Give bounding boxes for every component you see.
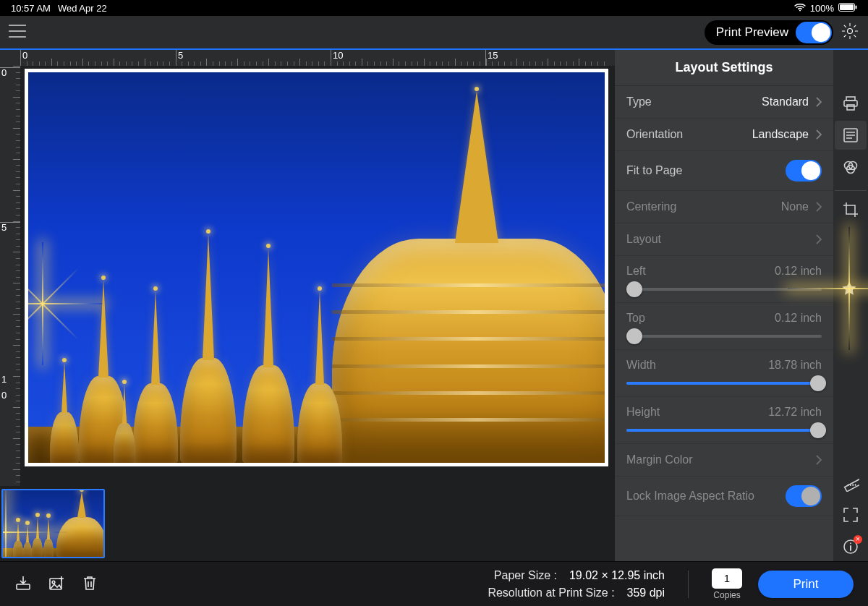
height-label: Height (626, 406, 660, 419)
fit-to-page-row: Fit to Page (615, 151, 833, 191)
print-preview-label: Print Preview (716, 25, 788, 40)
trash-icon[interactable] (81, 574, 98, 594)
copies-input[interactable]: 1 (712, 568, 742, 589)
app-top-bar: Print Preview (0, 16, 868, 48)
add-image-icon[interactable] (48, 574, 65, 594)
width-slider[interactable] (626, 382, 822, 385)
svg-point-4 (848, 29, 853, 34)
ruler-icon[interactable] (835, 469, 867, 498)
wifi-icon (794, 3, 806, 14)
info-icon[interactable] (835, 532, 867, 561)
top-slider-row: Top 0.12 inch (615, 303, 833, 350)
menu-icon[interactable] (9, 25, 26, 40)
width-value: 18.78 inch (768, 359, 822, 372)
print-button[interactable]: Print (758, 571, 854, 598)
lock-aspect-toggle[interactable] (786, 485, 822, 507)
battery-percent: 100% (810, 3, 834, 14)
top-label: Top (626, 312, 645, 325)
status-date: Wed Apr 22 (58, 3, 107, 14)
svg-rect-14 (17, 584, 30, 589)
canvas-area: 051015 0510 (0, 50, 615, 561)
centering-row[interactable]: Centering None (615, 191, 833, 223)
resolution-label: Resolution at Print Size : (488, 584, 614, 601)
copies-label: Copies (713, 590, 740, 600)
chevron-right-icon (816, 234, 822, 244)
svg-rect-7 (847, 105, 854, 110)
gear-icon[interactable] (841, 22, 859, 43)
ruler-corner (0, 50, 20, 66)
layout-row[interactable]: Layout (615, 223, 833, 256)
panel-title: Layout Settings (615, 50, 833, 86)
canvas-viewport[interactable] (20, 66, 615, 486)
centering-label: Centering (626, 200, 676, 213)
fullscreen-icon[interactable] (835, 500, 867, 529)
svg-point-16 (52, 581, 55, 584)
import-icon[interactable] (14, 574, 32, 594)
print-paper (25, 69, 608, 466)
divider (688, 571, 689, 598)
chevron-right-icon (816, 202, 822, 212)
chevron-right-icon (816, 129, 822, 140)
lock-aspect-row: Lock Image Aspect Ratio (615, 477, 833, 516)
print-preview-toggle[interactable] (796, 22, 832, 43)
orientation-row[interactable]: Orientation Landscape (615, 119, 833, 151)
svg-rect-2 (840, 4, 854, 10)
layout-label: Layout (626, 233, 661, 246)
orientation-label: Orientation (626, 128, 683, 141)
photo-preview (28, 72, 605, 463)
svg-point-0 (799, 9, 801, 11)
copies-group: 1 Copies (712, 568, 742, 600)
right-sidebar (833, 50, 868, 561)
thumbnail[interactable] (1, 489, 105, 558)
status-bar: 10:57 AM Wed Apr 22 100% (0, 0, 868, 16)
type-value: Standard (762, 95, 809, 108)
fit-to-page-toggle[interactable] (786, 160, 822, 182)
chevron-right-icon (816, 97, 822, 107)
print-preview-toggle-group: Print Preview (705, 20, 833, 45)
margin-color-label: Margin Color (626, 453, 693, 466)
svg-rect-6 (844, 101, 857, 106)
type-row[interactable]: Type Standard (615, 86, 833, 119)
fit-to-page-label: Fit to Page (626, 164, 682, 177)
top-value: 0.12 inch (775, 312, 822, 325)
height-slider[interactable] (626, 429, 822, 432)
centering-value: None (781, 200, 809, 213)
orientation-value: Landscape (752, 128, 809, 141)
width-label: Width (626, 359, 656, 372)
layout-settings-panel: Layout Settings Type Standard Orientatio… (615, 50, 833, 561)
type-label: Type (626, 95, 652, 108)
paper-size-label: Paper Size : (494, 567, 557, 584)
left-label: Left (626, 265, 646, 278)
lock-aspect-label: Lock Image Aspect Ratio (626, 490, 754, 503)
bottom-bar: Paper Size : 19.02 × 12.95 inch Resoluti… (0, 561, 868, 606)
paper-size-value: 19.02 × 12.95 inch (569, 567, 665, 584)
chevron-right-icon (816, 455, 822, 465)
svg-rect-12 (845, 479, 859, 491)
vertical-ruler: 0510 (0, 66, 20, 486)
top-slider[interactable] (626, 335, 822, 338)
width-slider-row: Width 18.78 inch (615, 350, 833, 397)
status-time: 10:57 AM (11, 3, 51, 14)
color-icon[interactable] (835, 153, 867, 182)
horizontal-ruler: 051015 (20, 50, 615, 66)
thumbnail-strip (0, 486, 615, 561)
favorites-icon[interactable] (833, 274, 865, 303)
resolution-value: 359 dpi (627, 584, 665, 601)
crop-icon[interactable] (835, 190, 867, 219)
battery-icon (838, 3, 857, 14)
left-slider-row: Left 0.12 inch (615, 256, 833, 303)
margin-color-row[interactable]: Margin Color (615, 444, 833, 477)
layout-icon[interactable] (835, 121, 867, 150)
svg-rect-3 (856, 5, 857, 9)
height-value: 12.72 inch (768, 406, 822, 419)
left-value: 0.12 inch (775, 265, 822, 278)
printer-icon[interactable] (835, 89, 867, 118)
paper-info: Paper Size : 19.02 × 12.95 inch Resoluti… (488, 567, 665, 600)
height-slider-row: Height 12.72 inch (615, 397, 833, 444)
